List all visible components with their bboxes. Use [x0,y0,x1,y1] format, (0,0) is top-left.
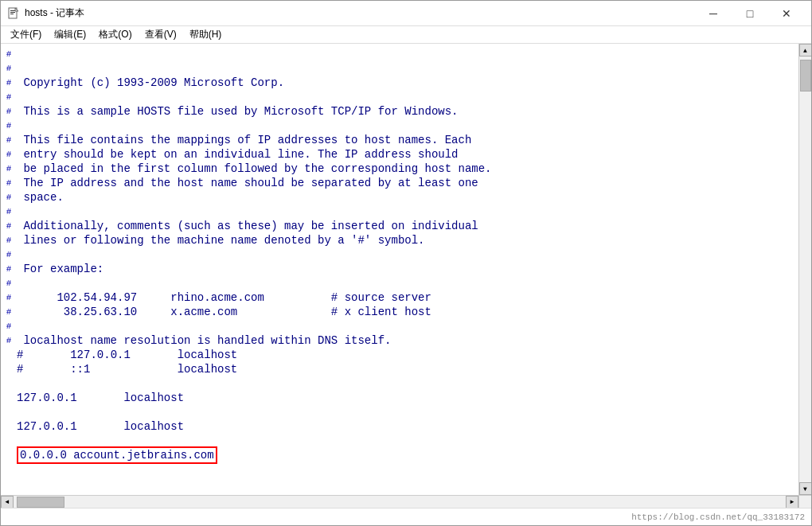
line-number: # [1,47,17,61]
line-number [1,348,17,362]
highlighted-line: 0.0.0.0 account.jetbrains.com [17,446,217,464]
line-number: # [1,276,17,290]
line-number: # [1,61,17,76]
line-number: # [1,205,17,219]
line-number: # [1,133,17,147]
line-number [1,376,17,391]
svg-rect-1 [10,10,15,11]
text-line: For example: [17,262,795,276]
content-area: ##################### Copyright (c) 1993… [1,44,811,495]
scroll-left-button[interactable]: ◄ [1,496,14,508]
minimize-button[interactable]: ─ [695,1,732,26]
menu-file[interactable]: 文件(F) [4,26,48,43]
line-number [1,391,17,405]
line-number: # [1,104,17,119]
line-number: # [1,147,17,162]
status-bar: https://blog.csdn.net/qq_33183172 [1,508,811,525]
text-line: This is a sample HOSTS file used by Micr… [17,104,795,119]
title-bar: hosts - 记事本 ─ □ ✕ [1,1,811,26]
hscroll-thumb[interactable] [17,497,64,508]
horizontal-scrollbar[interactable]: ◄ ► [1,495,811,508]
text-line: space. [17,190,795,205]
close-button[interactable]: ✕ [768,1,805,26]
menu-bar: 文件(F) 编辑(E) 格式(O) 查看(V) 帮助(H) [1,26,811,44]
text-line: 0.0.0.0 account.jetbrains.com [17,448,795,462]
text-line: # ::1 localhost [17,362,795,376]
scroll-down-button[interactable]: ▼ [799,482,812,495]
line-number: # [1,247,17,262]
line-number: # [1,76,17,90]
svg-rect-3 [10,14,14,14]
menu-format[interactable]: 格式(O) [92,26,138,43]
text-line [17,119,795,133]
line-number: # [1,190,17,205]
hscroll-track[interactable] [14,496,786,508]
text-line: be placed in the first column followed b… [17,162,795,176]
line-number: # [1,176,17,190]
scroll-right-button[interactable]: ► [786,496,798,508]
text-content[interactable]: Copyright (c) 1993-2009 Microsoft Corp. … [17,47,795,462]
scroll-up-button[interactable]: ▲ [799,44,812,56]
text-line [17,405,795,419]
app-icon [7,7,20,20]
text-line: The IP address and the host name should … [17,176,795,190]
line-number: # [1,233,17,247]
line-number [1,362,17,376]
menu-edit[interactable]: 编辑(E) [48,26,92,43]
text-line: 102.54.94.97 rhino.acme.com # source ser… [17,290,795,305]
text-line: Additionally, comments (such as these) m… [17,219,795,233]
text-line: # 127.0.0.1 localhost [17,348,795,362]
line-numbers: ##################### [1,44,17,495]
scroll-track[interactable] [799,56,811,482]
line-number [1,419,17,434]
text-line: 127.0.0.1 localhost [17,419,795,434]
text-line: 127.0.0.1 localhost [17,391,795,405]
status-url: https://blog.csdn.net/qq_33183172 [631,512,805,522]
line-number: # [1,90,17,104]
editor-area: ##################### Copyright (c) 1993… [1,44,798,495]
text-line [17,90,795,104]
line-number: # [1,290,17,305]
text-line [17,247,795,262]
window-title: hosts - 记事本 [25,6,695,20]
text-line [17,276,795,290]
line-number: # [1,119,17,133]
text-line: Copyright (c) 1993-2009 Microsoft Corp. [17,76,795,90]
line-number: # [1,305,17,319]
text-line: lines or following the machine name deno… [17,233,795,247]
text-line: entry should be kept on an individual li… [17,147,795,162]
line-number: # [1,262,17,276]
maximize-button[interactable]: □ [732,1,768,26]
svg-rect-2 [10,12,15,13]
line-number: # [1,333,17,348]
text-line: localhost name resolution is handled wit… [17,333,795,348]
menu-help[interactable]: 帮助(H) [183,26,228,43]
text-editor[interactable]: Copyright (c) 1993-2009 Microsoft Corp. … [17,44,798,495]
text-line: This file contains the mappings of IP ad… [17,133,795,147]
notepad-window: hosts - 记事本 ─ □ ✕ 文件(F) 编辑(E) 格式(O) 查看(V… [0,0,812,526]
text-line [17,376,795,391]
text-line [17,319,795,333]
line-number: # [1,162,17,176]
vertical-scrollbar[interactable]: ▲ ▼ [798,44,811,495]
window-controls: ─ □ ✕ [695,1,805,26]
scroll-thumb[interactable] [800,60,811,92]
menu-view[interactable]: 查看(V) [139,26,183,43]
text-line: 38.25.63.10 x.acme.com # x client host [17,305,795,319]
line-number [1,405,17,419]
text-line [17,205,795,219]
scroll-corner [798,496,811,508]
line-number: # [1,319,17,333]
line-number: # [1,219,17,233]
